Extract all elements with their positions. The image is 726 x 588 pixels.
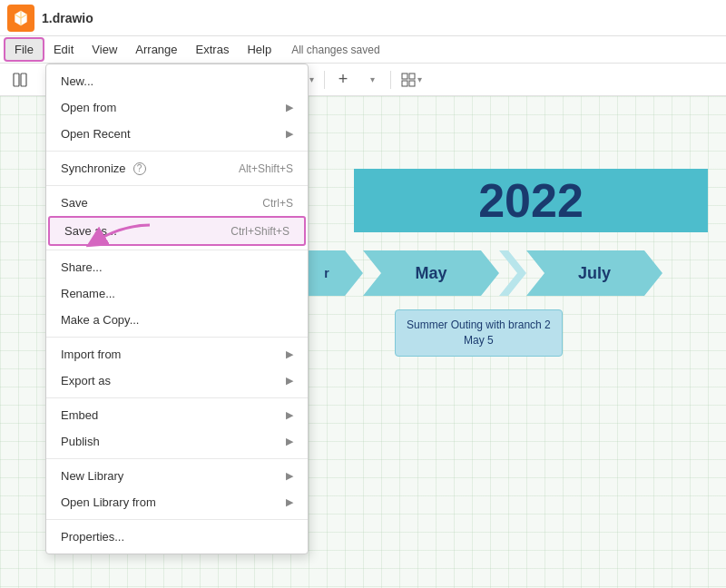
add-btn[interactable]: + bbox=[330, 68, 356, 92]
menu-item-import-from[interactable]: Import from ▶ bbox=[46, 341, 308, 368]
sep5 bbox=[390, 71, 391, 89]
menu-item-properties[interactable]: Properties... bbox=[46, 524, 308, 550]
sep-b bbox=[46, 185, 308, 186]
sep-g bbox=[46, 519, 308, 520]
svg-rect-9 bbox=[409, 74, 415, 79]
menu-bar: File Edit View Arrange Extras Help All c… bbox=[0, 36, 726, 64]
menu-item-new[interactable]: New... bbox=[46, 68, 308, 94]
menu-arrange[interactable]: Arrange bbox=[126, 39, 186, 60]
menu-item-new-library[interactable]: New Library ▶ bbox=[46, 463, 308, 489]
arrow-icon: ▶ bbox=[286, 409, 293, 421]
layout-btn[interactable]: ▾ bbox=[397, 70, 427, 90]
menu-item-open-recent[interactable]: Open Recent ▶ bbox=[46, 121, 308, 147]
save-status: All changes saved bbox=[291, 44, 379, 56]
help-icon: ? bbox=[133, 162, 146, 175]
event-line2: May 5 bbox=[407, 333, 551, 348]
add-arrow-btn[interactable]: ▾ bbox=[359, 68, 385, 92]
sep-c bbox=[46, 250, 308, 250]
menu-file[interactable]: File bbox=[4, 37, 44, 62]
svg-rect-8 bbox=[402, 74, 407, 79]
menu-help[interactable]: Help bbox=[238, 39, 280, 60]
chevron-left-partial: r bbox=[309, 250, 363, 296]
menu-item-publish[interactable]: Publish ▶ bbox=[46, 428, 308, 455]
svg-rect-0 bbox=[14, 74, 19, 86]
timeline-container: 2022 r May July Summer Outing with branc… bbox=[309, 151, 726, 588]
arrow-icon: ▶ bbox=[286, 436, 293, 447]
chevron-gap bbox=[499, 250, 526, 296]
menu-item-open-library[interactable]: Open Library from ▶ bbox=[46, 489, 308, 515]
svg-rect-1 bbox=[21, 74, 26, 86]
year-banner: 2022 bbox=[354, 169, 708, 232]
arrow-icon: ▶ bbox=[286, 375, 293, 387]
event-line1: Summer Outing with branch 2 bbox=[407, 318, 551, 333]
chevron-july: July bbox=[526, 250, 662, 296]
app-logo bbox=[7, 5, 34, 32]
menu-item-open-from[interactable]: Open from ▶ bbox=[46, 94, 308, 121]
sep-d bbox=[46, 337, 308, 338]
chevron-may: May bbox=[363, 250, 499, 296]
sep-f bbox=[46, 458, 308, 459]
event-card: Summer Outing with branch 2 May 5 bbox=[395, 309, 563, 357]
title-bar: 1.drawio bbox=[0, 0, 726, 36]
menu-item-export-as[interactable]: Export as ▶ bbox=[46, 368, 308, 394]
menu-extras[interactable]: Extras bbox=[187, 39, 239, 60]
menu-item-save-as[interactable]: Save as... Ctrl+Shift+S bbox=[48, 216, 306, 246]
sep4 bbox=[324, 71, 325, 89]
arrow-icon: ▶ bbox=[286, 496, 293, 508]
svg-rect-10 bbox=[402, 81, 407, 86]
arrow-icon: ▶ bbox=[286, 128, 293, 140]
svg-rect-11 bbox=[409, 81, 415, 86]
window-title: 1.drawio bbox=[42, 11, 93, 25]
menu-item-save[interactable]: Save Ctrl+S bbox=[46, 190, 308, 216]
year-text: 2022 bbox=[478, 173, 584, 228]
arrow-icon: ▶ bbox=[286, 348, 293, 360]
sep-a bbox=[46, 151, 308, 152]
menu-item-sync[interactable]: Synchronize ? Alt+Shift+S bbox=[46, 155, 308, 181]
menu-item-make-copy[interactable]: Make a Copy... bbox=[46, 307, 308, 333]
arrow-icon: ▶ bbox=[286, 102, 293, 113]
menu-item-rename[interactable]: Rename... bbox=[46, 280, 308, 307]
menu-item-share[interactable]: Share... bbox=[46, 254, 308, 280]
timeline-row: r May July bbox=[309, 250, 726, 296]
sep-e bbox=[46, 397, 308, 398]
menu-edit[interactable]: Edit bbox=[44, 39, 83, 60]
menu-item-embed[interactable]: Embed ▶ bbox=[46, 402, 308, 428]
sidebar-toggle-btn[interactable] bbox=[7, 68, 33, 92]
file-dropdown-menu: New... Open from ▶ Open Recent ▶ Synchro… bbox=[45, 64, 309, 554]
arrow-icon: ▶ bbox=[286, 470, 293, 482]
menu-view[interactable]: View bbox=[83, 39, 126, 60]
